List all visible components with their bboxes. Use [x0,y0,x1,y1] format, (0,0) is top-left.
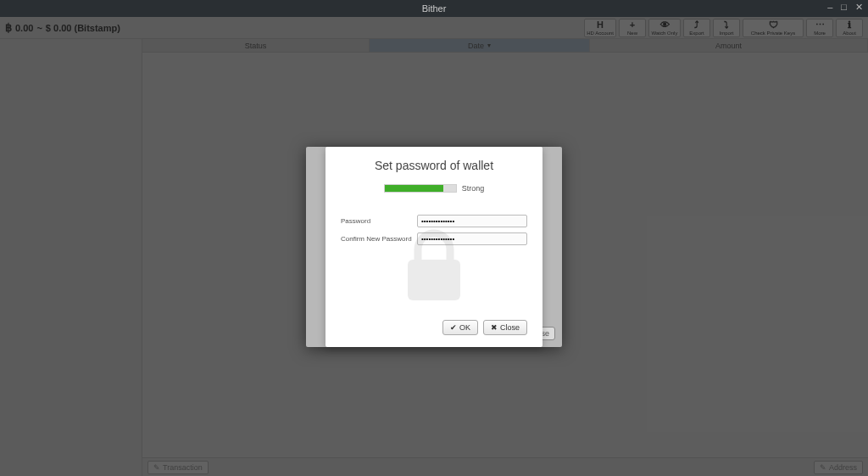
close-button[interactable]: ✖ Close [483,320,527,335]
check-icon: ✔ [450,323,457,332]
window-title: Bither [422,3,447,14]
modal-outer: se Set password of wallet Strong Passwor… [306,147,562,347]
confirm-password-input[interactable] [417,232,527,245]
close-icon: ✖ [491,323,498,332]
modal-buttons: ✔ OK ✖ Close [341,320,527,335]
close-label: Close [500,323,520,332]
ok-button[interactable]: ✔ OK [442,320,478,335]
app-shell: ฿ 0.00 ~ $ 0.00 (Bitstamp) H HD Account … [0,17,868,476]
maximize-icon[interactable]: □ [841,2,847,13]
strength-bar [384,184,457,193]
title-bar: Bither – □ ✕ [0,0,868,17]
window-controls: – □ ✕ [827,2,863,13]
password-label: Password [341,217,412,225]
svg-rect-0 [408,260,460,300]
password-input[interactable] [417,215,527,227]
ok-label: OK [459,323,470,332]
password-row: Password [341,215,527,227]
password-modal: Set password of wallet Strong Password [326,147,542,347]
password-strength: Strong [341,184,527,193]
modal-overlay: se Set password of wallet Strong Passwor… [0,17,868,476]
close-window-icon[interactable]: ✕ [855,2,863,13]
minimize-icon[interactable]: – [827,2,832,13]
modal-title: Set password of wallet [341,159,527,172]
confirm-row: Confirm New Password [341,232,527,245]
confirm-label: Confirm New Password [341,235,412,243]
strength-label: Strong [462,184,485,193]
strength-fill [385,185,443,192]
